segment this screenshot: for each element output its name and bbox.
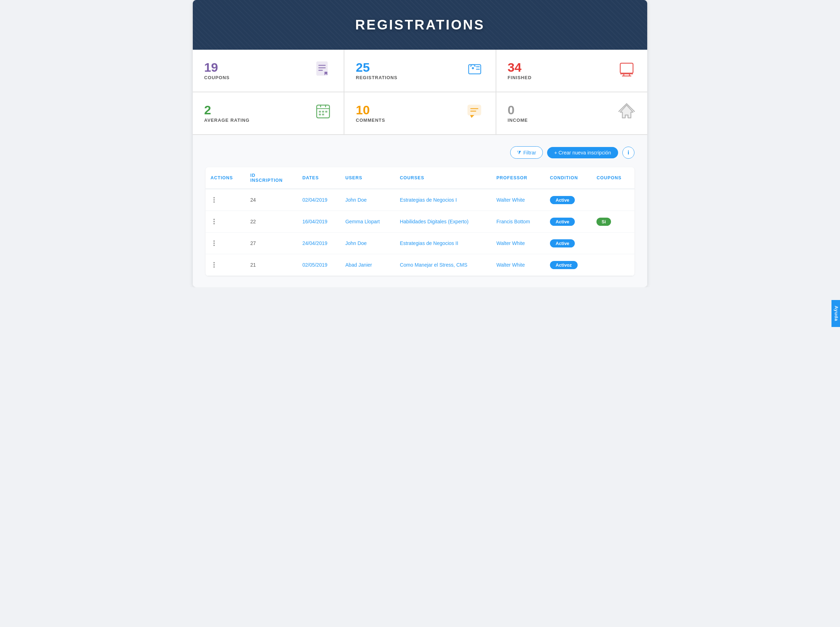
- filter-icon: ⧩: [517, 150, 521, 156]
- actions-button-2[interactable]: [211, 239, 217, 247]
- coupon-badge: Si: [596, 217, 611, 226]
- rating-icon: [314, 102, 332, 124]
- stat-label-finished: FINISHED: [508, 75, 532, 80]
- cell-professor-2: Walter White: [492, 233, 545, 254]
- coupons-icon: [314, 60, 332, 82]
- cell-condition-1: Active: [545, 211, 591, 233]
- cell-coupon-2: [591, 233, 634, 254]
- cell-professor-3: Walter White: [492, 254, 545, 276]
- svg-rect-8: [620, 63, 633, 73]
- page-title: REGISTRATIONS: [355, 17, 485, 33]
- stat-number-income: 0: [508, 104, 528, 116]
- cell-user-0: John Doe: [340, 189, 395, 211]
- stat-number-comments: 10: [356, 104, 385, 116]
- stat-number-finished: 34: [508, 61, 532, 74]
- stat-label-rating: AVERAGE RATING: [204, 118, 250, 123]
- col-header-professor[interactable]: PROFESSOR: [492, 167, 545, 189]
- filter-button[interactable]: ⧩ Filtrar: [510, 146, 543, 159]
- condition-badge-0: Active: [550, 196, 575, 204]
- condition-badge-3: Activoz: [550, 261, 578, 269]
- actions-button-0[interactable]: [211, 195, 217, 204]
- cell-user-1: Gemma Llopart: [340, 211, 395, 233]
- cell-date-1: 16/04/2019: [298, 211, 340, 233]
- cell-id-2: 27: [245, 233, 298, 254]
- svg-rect-19: [325, 111, 327, 113]
- stat-card-finished: 34 FINISHED: [496, 50, 647, 91]
- col-header-courses[interactable]: COURSES: [395, 167, 492, 189]
- col-header-actions[interactable]: ACTIONS: [206, 167, 245, 189]
- stat-number-coupons: 19: [204, 61, 230, 74]
- cell-course-3: Como Manejar el Stress, CMS: [395, 254, 492, 276]
- cell-actions-0: [206, 189, 245, 211]
- table-wrapper: ACTIONS IDINSCRIPTION DATES USERS COURSE…: [206, 167, 634, 276]
- svg-rect-17: [319, 111, 321, 113]
- cell-coupon-3: [591, 254, 634, 276]
- content-area: ⧩ Filtrar + Crear nueva inscripción i AC…: [193, 135, 647, 287]
- income-icon: [618, 102, 636, 124]
- cell-id-0: 24: [245, 189, 298, 211]
- stat-number-registrations: 25: [356, 61, 397, 74]
- cell-coupon-1: Si: [591, 211, 634, 233]
- cell-coupon-0: [591, 189, 634, 211]
- cell-course-0: Estrategias de Negocios I: [395, 189, 492, 211]
- stat-label-registrations: REGISTRATIONS: [356, 75, 397, 80]
- cell-actions-2: [206, 233, 245, 254]
- col-header-users[interactable]: USERS: [340, 167, 395, 189]
- cell-date-3: 02/05/2019: [298, 254, 340, 276]
- registrations-table: ACTIONS IDINSCRIPTION DATES USERS COURSE…: [206, 167, 634, 276]
- svg-rect-18: [322, 111, 324, 113]
- condition-badge-1: Active: [550, 217, 575, 226]
- col-header-condition[interactable]: CONDITION: [545, 167, 591, 189]
- stat-label-income: INCOME: [508, 118, 528, 123]
- toolbar: ⧩ Filtrar + Crear nueva inscripción i: [206, 146, 634, 159]
- stat-card-rating: 2 AVERAGE RATING: [193, 92, 344, 134]
- cell-professor-0: Walter White: [492, 189, 545, 211]
- cell-course-2: Estrategias de Negocios II: [395, 233, 492, 254]
- cell-course-1: Habilidades Digitales (Experto): [395, 211, 492, 233]
- stat-card-registrations: 25 REGISTRATIONS: [344, 50, 495, 91]
- stat-label-comments: COMMENTS: [356, 118, 385, 123]
- table-header-row: ACTIONS IDINSCRIPTION DATES USERS COURSE…: [206, 167, 634, 189]
- cell-condition-0: Active: [545, 189, 591, 211]
- svg-rect-20: [319, 113, 321, 115]
- cell-actions-3: [206, 254, 245, 276]
- stat-card-coupons: 19 COUPONS: [193, 50, 344, 91]
- cell-condition-2: Active: [545, 233, 591, 254]
- svg-point-5: [472, 67, 474, 69]
- header-banner: REGISTRATIONS: [193, 0, 647, 50]
- stat-label-coupons: COUPONS: [204, 75, 230, 80]
- table-row: 27 24/04/2019 John Doe Estrategias de Ne…: [206, 233, 634, 254]
- stat-card-income: 0 INCOME: [496, 92, 647, 134]
- col-header-coupons[interactable]: COUPONS: [591, 167, 634, 189]
- table-row: 21 02/05/2019 Abad Janier Como Manejar e…: [206, 254, 634, 276]
- cell-id-3: 21: [245, 254, 298, 276]
- stat-number-rating: 2: [204, 104, 250, 116]
- cell-professor-1: Francis Bottom: [492, 211, 545, 233]
- cell-condition-3: Activoz: [545, 254, 591, 276]
- svg-rect-21: [322, 113, 324, 115]
- stats-grid: 19 COUPONS 25 REGISTRATIONS: [193, 50, 647, 135]
- cell-id-1: 22: [245, 211, 298, 233]
- actions-button-1[interactable]: [211, 217, 217, 226]
- cell-user-3: Abad Janier: [340, 254, 395, 276]
- table-row: 24 02/04/2019 John Doe Estrategias de Ne…: [206, 189, 634, 211]
- info-button[interactable]: i: [623, 147, 634, 159]
- comments-icon: [466, 102, 484, 124]
- registrations-icon: [466, 60, 484, 82]
- condition-badge-2: Active: [550, 239, 575, 247]
- stat-card-comments: 10 COMMENTS: [344, 92, 495, 134]
- cell-date-0: 02/04/2019: [298, 189, 340, 211]
- table-row: 22 16/04/2019 Gemma Llopart Habilidades …: [206, 211, 634, 233]
- actions-button-3[interactable]: [211, 261, 217, 269]
- svg-rect-22: [468, 105, 481, 115]
- col-header-dates[interactable]: DATES: [298, 167, 340, 189]
- col-header-id[interactable]: IDINSCRIPTION: [245, 167, 298, 189]
- cell-actions-1: [206, 211, 245, 233]
- cell-date-2: 24/04/2019: [298, 233, 340, 254]
- finished-icon: [618, 60, 636, 82]
- create-button[interactable]: + Crear nueva inscripción: [547, 147, 618, 158]
- cell-user-2: John Doe: [340, 233, 395, 254]
